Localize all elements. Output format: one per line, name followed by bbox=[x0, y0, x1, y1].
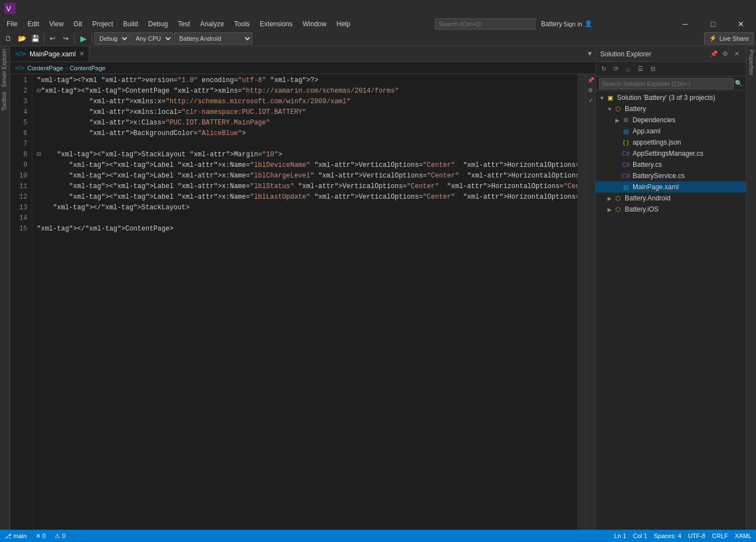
se-toolbar: ↻ ⟳ ⌂ ☰ ⊟ bbox=[596, 62, 746, 76]
se-filter-btn[interactable]: ⊟ bbox=[647, 64, 658, 75]
toolbar-sep-2 bbox=[74, 33, 75, 44]
mgr-icon: C# bbox=[621, 149, 630, 158]
startup-project-dropdown[interactable]: Battery.Android bbox=[174, 32, 252, 45]
se-search-input[interactable] bbox=[599, 78, 734, 89]
settings-btn[interactable]: ⚙ bbox=[586, 85, 595, 94]
menu-git[interactable]: Git bbox=[69, 19, 87, 29]
git-branch[interactable]: ⎇ main bbox=[4, 533, 27, 540]
code-editor: 123456789101112131415 "xml-tag"><?xml "x… bbox=[10, 74, 595, 530]
live-share-button[interactable]: ⚡ Live Share bbox=[704, 32, 754, 45]
deps-toggle[interactable]: ▶ bbox=[614, 117, 621, 123]
redo-btn[interactable]: ↪ bbox=[60, 32, 72, 45]
expand-btn[interactable]: ⤢ bbox=[586, 95, 595, 104]
minimize-button[interactable]: ─ bbox=[672, 17, 698, 31]
app-xaml-icon: ▤ bbox=[621, 127, 630, 136]
solution-toggle[interactable]: ▼ bbox=[598, 95, 606, 101]
se-battery-cs[interactable]: C# Battery.cs bbox=[596, 159, 746, 170]
platform-dropdown[interactable]: Any CPU bbox=[131, 32, 173, 45]
code-line-9: "xml-tag"><"xml-tag">Label "xml-attr">x:… bbox=[37, 160, 577, 171]
se-sync-btn[interactable]: ↻ bbox=[598, 64, 609, 75]
pin-btn[interactable]: 📌 bbox=[586, 75, 595, 84]
live-share-icon: ⚡ bbox=[709, 35, 717, 42]
indent-spaces[interactable]: Spaces: 4 bbox=[654, 533, 681, 539]
status-right: Ln 1 Col 1 Spaces: 4 UTF-8 CRLF XAML bbox=[614, 533, 752, 539]
se-battery-service[interactable]: C# BatteryService.cs bbox=[596, 170, 746, 181]
tab-mainpage-close[interactable]: ✕ bbox=[79, 50, 84, 57]
toolbox-label[interactable]: Toolbox bbox=[0, 89, 9, 113]
menu-bar: File Edit View Git Project Build Debug T… bbox=[0, 17, 756, 31]
close-button[interactable]: ✕ bbox=[728, 17, 754, 31]
battery-project-label: Battery bbox=[625, 105, 744, 113]
menu-analyze[interactable]: Analyze bbox=[196, 19, 229, 29]
line-numbers: 123456789101112131415 bbox=[10, 74, 32, 530]
maximize-button[interactable]: □ bbox=[700, 17, 726, 31]
breadcrumb-item2[interactable]: ContentPage bbox=[70, 65, 106, 71]
code-line-7 bbox=[37, 139, 577, 150]
se-app-xaml[interactable]: ▤ App.xaml bbox=[596, 126, 746, 137]
menu-extensions[interactable]: Extensions bbox=[255, 19, 297, 29]
se-menu-btn[interactable]: ☰ bbox=[635, 64, 646, 75]
open-file-btn[interactable]: 📂 bbox=[16, 32, 28, 45]
menu-window[interactable]: Window bbox=[298, 19, 331, 29]
debug-config-dropdown[interactable]: Debug bbox=[94, 32, 130, 45]
json-label: appsettings.json bbox=[633, 138, 744, 146]
tab-mainpage[interactable]: ≺/≻ MainPage.xaml ✕ bbox=[10, 46, 89, 61]
android-label: Battery.Android bbox=[625, 194, 744, 202]
se-appsettings-json[interactable]: { } appsettings.json bbox=[596, 137, 746, 148]
new-project-btn[interactable]: 🗋 bbox=[2, 32, 15, 45]
battery-toggle[interactable]: ▼ bbox=[606, 106, 614, 112]
se-battery-ios[interactable]: ▶ ⬡ Battery.iOS bbox=[596, 204, 746, 215]
menu-file[interactable]: File bbox=[2, 19, 22, 29]
mgr-label: AppSettingsManager.cs bbox=[633, 150, 744, 157]
menu-search[interactable] bbox=[435, 18, 535, 30]
properties-label[interactable]: Properties bbox=[747, 47, 755, 78]
solution-label: Solution 'Battery' (3 of 3 projects) bbox=[617, 94, 744, 102]
status-bar: ⎇ main ✕ 0 ⚠ 0 Ln 1 Col 1 Spaces: 4 UTF-… bbox=[0, 530, 756, 542]
editor-scrollbar[interactable] bbox=[577, 74, 585, 530]
svg-text:V: V bbox=[6, 4, 11, 13]
ios-toggle[interactable]: ▶ bbox=[606, 207, 614, 213]
se-tree: ▼ ▣ Solution 'Battery' (3 of 3 projects)… bbox=[596, 91, 746, 530]
window-controls: ─ □ ✕ bbox=[672, 17, 754, 31]
menu-build[interactable]: Build bbox=[119, 19, 143, 29]
se-settings-btn[interactable]: ⚙ bbox=[720, 49, 730, 59]
cursor-col[interactable]: Col 1 bbox=[633, 533, 648, 539]
line-endings[interactable]: CRLF bbox=[712, 533, 728, 539]
menu-tools[interactable]: Tools bbox=[229, 19, 254, 29]
se-dependencies[interactable]: ▶ ⚙ Dependencies bbox=[596, 114, 746, 126]
undo-btn[interactable]: ↩ bbox=[46, 32, 59, 45]
se-solution-node[interactable]: ▼ ▣ Solution 'Battery' (3 of 3 projects) bbox=[596, 92, 746, 103]
cursor-line[interactable]: Ln 1 bbox=[614, 533, 626, 539]
warning-count[interactable]: ⚠ 0 bbox=[55, 533, 65, 540]
menu-help[interactable]: Help bbox=[332, 19, 355, 29]
menu-edit[interactable]: Edit bbox=[23, 19, 44, 29]
menu-test[interactable]: Test bbox=[174, 19, 195, 29]
se-appsettings-mgr[interactable]: C# AppSettingsManager.cs bbox=[596, 148, 746, 159]
android-toggle[interactable]: ▶ bbox=[606, 195, 614, 202]
se-pin-btn[interactable]: 📌 bbox=[709, 49, 719, 59]
code-line-1: "xml-tag"><?xml "xml-attr">version="1.0"… bbox=[37, 75, 577, 86]
se-home-btn[interactable]: ⌂ bbox=[623, 64, 634, 75]
se-header-buttons: 📌 ⚙ ✕ bbox=[709, 49, 741, 59]
tab-dropdown[interactable]: ▼ bbox=[585, 46, 595, 61]
se-battery-project[interactable]: ▼ ⬡ Battery bbox=[596, 103, 746, 114]
menu-view[interactable]: View bbox=[45, 19, 68, 29]
menu-debug[interactable]: Debug bbox=[143, 19, 172, 29]
code-line-6: "xml-attr">BackgroundColor="AliceBlue"> bbox=[37, 128, 577, 139]
menu-project[interactable]: Project bbox=[88, 19, 117, 29]
code-content[interactable]: "xml-tag"><?xml "xml-attr">version="1.0"… bbox=[32, 74, 577, 530]
se-close-btn[interactable]: ✕ bbox=[731, 49, 741, 59]
se-battery-android[interactable]: ▶ ⬡ Battery.Android bbox=[596, 193, 746, 204]
se-refresh-btn[interactable]: ⟳ bbox=[610, 64, 621, 75]
signin-area[interactable]: Sign in 👤 bbox=[563, 20, 592, 27]
save-btn[interactable]: 💾 bbox=[29, 32, 41, 45]
title-bar: V bbox=[0, 0, 756, 17]
language[interactable]: XAML bbox=[735, 533, 752, 539]
breadcrumb-item1[interactable]: ContentPage bbox=[27, 65, 63, 71]
se-mainpage-xaml[interactable]: ▤ MainPage.xaml bbox=[596, 181, 746, 193]
encoding[interactable]: UTF-8 bbox=[688, 533, 705, 539]
error-count[interactable]: ✕ 0 bbox=[36, 533, 46, 540]
toolbar-sep-3 bbox=[92, 33, 92, 44]
server-explorer-label[interactable]: Server Explorer bbox=[0, 46, 9, 89]
start-btn[interactable]: ▶ bbox=[77, 32, 89, 45]
